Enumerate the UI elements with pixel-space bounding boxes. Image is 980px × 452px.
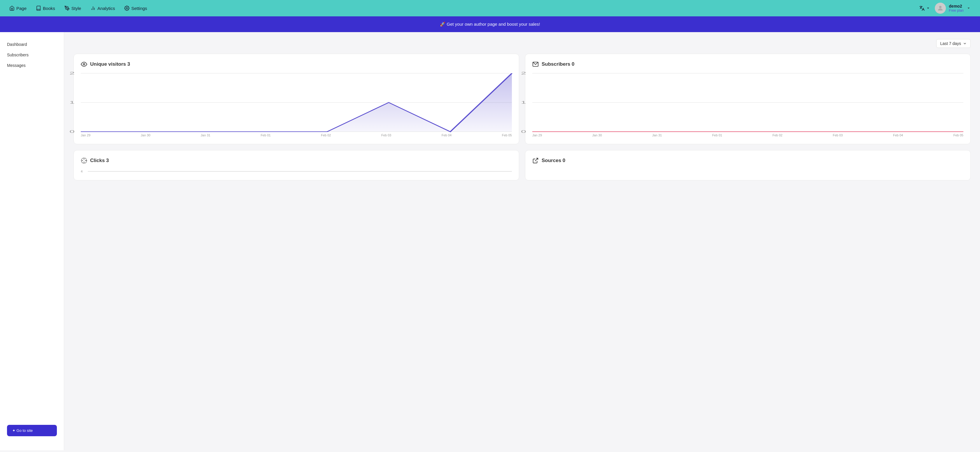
sidebar-item-messages[interactable]: Messages [0, 60, 64, 71]
main-header: Last 7 days [73, 39, 970, 48]
nav-analytics-label: Analytics [97, 6, 115, 11]
nav-page[interactable]: Page [10, 6, 27, 11]
sidebar-nav: Dashboard Subscribers Messages [0, 39, 64, 71]
book-icon [36, 6, 41, 11]
go-to-site-label: ✦ Go to site [12, 428, 33, 433]
charts-grid: Unique visitors 3 2 1 0 [73, 54, 970, 180]
unique-visitors-svg: 2 1 0 [81, 73, 512, 132]
date-filter-button[interactable]: Last 7 days [936, 39, 970, 48]
main-content: Last 7 days Unique visitors 3 [64, 32, 980, 450]
go-to-site-button[interactable]: ✦ Go to site [7, 425, 57, 436]
home-icon [10, 6, 14, 11]
svg-text:0: 0 [69, 129, 75, 134]
nav-books-label: Books [43, 6, 55, 11]
nav-style-label: Style [72, 6, 81, 11]
date-filter-label: Last 7 days [940, 41, 961, 46]
promo-banner: 🚀 Get your own author page and boost you… [0, 16, 980, 32]
nav-style[interactable]: Style [64, 6, 81, 11]
sidebar-item-subscribers[interactable]: Subscribers [0, 50, 64, 60]
user-avatar-icon [937, 5, 944, 12]
eye-icon [81, 61, 87, 67]
nav-page-label: Page [16, 6, 27, 11]
unique-visitors-title: Unique visitors 3 [81, 61, 512, 67]
svg-text:1: 1 [69, 101, 75, 105]
subscribers-chart: 2 1 0 [532, 73, 963, 132]
topnav-right: demo2 Free plan [919, 3, 970, 14]
clicks-card: Clicks 3 4 [73, 150, 519, 180]
unique-visitors-card: Unique visitors 3 2 1 0 [73, 54, 519, 144]
nav-books[interactable]: Books [36, 6, 55, 11]
nav-settings-label: Settings [131, 6, 147, 11]
translate-icon [919, 5, 925, 11]
nav-settings[interactable]: Settings [124, 6, 147, 11]
sources-card: Sources 0 [525, 150, 970, 180]
svg-text:0: 0 [521, 129, 526, 134]
unique-visitors-x-labels: Jan 29 Jan 30 Jan 31 Feb 01 Feb 02 Feb 0… [81, 132, 512, 137]
avatar [935, 3, 946, 14]
gear-icon [124, 6, 129, 11]
page-layout: Dashboard Subscribers Messages ✦ Go to s… [0, 32, 980, 450]
svg-text:1: 1 [521, 101, 526, 105]
sources-title: Sources 0 [532, 157, 963, 164]
clicks-title: Clicks 3 [81, 157, 512, 164]
clicks-icon [81, 157, 87, 164]
language-switcher[interactable] [919, 5, 930, 11]
svg-point-4 [126, 8, 128, 9]
svg-text:2: 2 [521, 71, 526, 75]
filter-chevron-icon [963, 42, 967, 46]
sources-icon [532, 157, 539, 164]
svg-text:2: 2 [69, 71, 75, 75]
user-plan: Free plan [949, 8, 964, 13]
user-chevron-icon [967, 6, 970, 10]
svg-point-6 [83, 63, 85, 65]
promo-text: 🚀 Get your own author page and boost you… [440, 22, 540, 27]
username: demo2 [949, 4, 964, 8]
svg-point-0 [67, 8, 67, 8]
user-text: demo2 Free plan [949, 4, 964, 13]
subscribers-x-labels: Jan 29 Jan 30 Jan 31 Feb 01 Feb 02 Feb 0… [532, 132, 963, 137]
subscribers-card: Subscribers 0 2 1 0 Jan 29 [525, 54, 970, 144]
unique-visitors-chart: 2 1 0 [81, 73, 512, 132]
nav-analytics[interactable]: Analytics [91, 6, 115, 11]
top-navigation: Page Books Style Analytics Settings demo… [0, 0, 980, 16]
user-menu[interactable]: demo2 Free plan [935, 3, 970, 14]
clicks-chart-stub [88, 171, 512, 172]
pen-icon [64, 6, 70, 11]
chevron-down-icon [926, 6, 930, 10]
sidebar: Dashboard Subscribers Messages ✦ Go to s… [0, 32, 64, 450]
chart-icon [91, 6, 95, 11]
svg-point-5 [939, 6, 942, 8]
clicks-partial-chart: 4 [81, 170, 512, 173]
mail-icon [532, 61, 539, 67]
subscribers-svg: 2 1 0 [532, 73, 963, 132]
subscribers-title: Subscribers 0 [532, 61, 963, 67]
sidebar-item-dashboard[interactable]: Dashboard [0, 39, 64, 50]
